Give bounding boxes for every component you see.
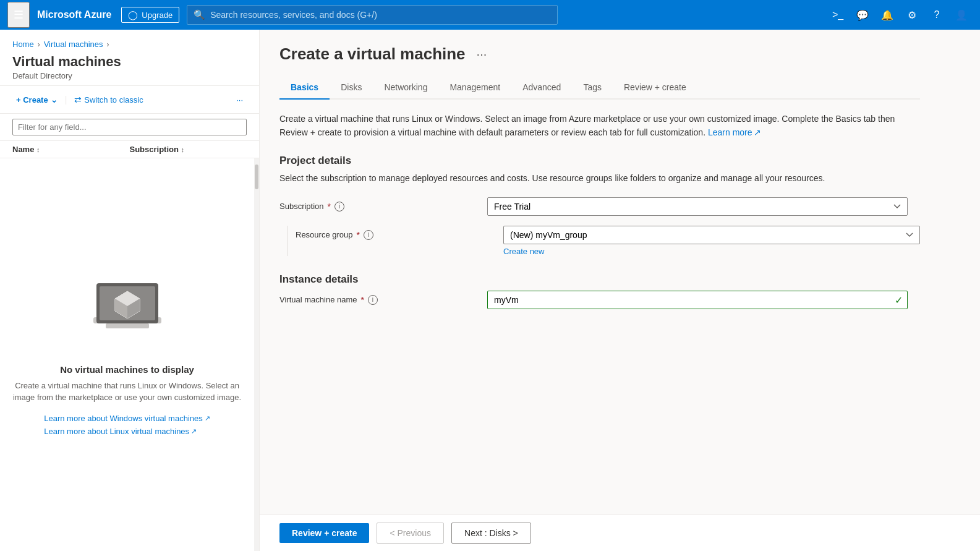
vm-name-info-icon[interactable]: i bbox=[368, 295, 378, 305]
subscription-control-col: Free Trial bbox=[487, 197, 920, 216]
upgrade-circle-icon: ◯ bbox=[128, 10, 138, 20]
search-bar: 🔍 bbox=[187, 5, 558, 25]
vm-name-label: Virtual machine name bbox=[279, 295, 357, 304]
resource-group-info-icon[interactable]: i bbox=[364, 230, 373, 240]
project-details-title: Project details bbox=[279, 155, 920, 167]
name-sort-icon[interactable]: ↕ bbox=[36, 146, 40, 153]
vm-name-row: Virtual machine name * i ✓ bbox=[279, 291, 920, 309]
breadcrumb-sep-1: › bbox=[38, 40, 40, 49]
sidebar-empty-state: No virtual machines to display Create a … bbox=[0, 158, 254, 551]
description-section: Create a virtual machine that runs Linux… bbox=[279, 112, 920, 140]
next-disks-button[interactable]: Next : Disks > bbox=[451, 523, 531, 544]
table-header: Name ↕ Subscription ↕ bbox=[0, 141, 259, 158]
review-create-button[interactable]: Review + create bbox=[279, 523, 369, 543]
main-content: Create a virtual machine ··· Basics Disk… bbox=[260, 30, 980, 551]
instance-details-section: Instance details Virtual machine name * … bbox=[279, 273, 920, 309]
external-link-icon-2: ↗ bbox=[191, 427, 197, 435]
terminal-icon-button[interactable]: >_ bbox=[827, 4, 849, 26]
switch-to-classic-button[interactable]: ⇄ Switch to classic bbox=[70, 92, 147, 107]
top-navigation: ☰ Microsoft Azure ◯ Upgrade 🔍 >_ 💬 🔔 ⚙ ?… bbox=[0, 0, 980, 30]
svg-rect-1 bbox=[106, 323, 149, 328]
settings-icon-button[interactable]: ⚙ bbox=[901, 4, 923, 26]
tab-advanced[interactable]: Advanced bbox=[511, 76, 572, 100]
resource-group-label-col: Resource group * i bbox=[296, 226, 493, 240]
app-layout: Home › Virtual machines › Virtual machin… bbox=[0, 30, 980, 551]
sidebar-scrollbar[interactable] bbox=[254, 158, 259, 551]
tab-tags[interactable]: Tags bbox=[572, 76, 613, 100]
sidebar-scroll-thumb[interactable] bbox=[255, 164, 258, 189]
hamburger-menu-button[interactable]: ☰ bbox=[7, 2, 30, 28]
linux-vm-link[interactable]: Learn more about Linux virtual machines … bbox=[44, 427, 210, 436]
vm-illustration bbox=[87, 274, 168, 354]
main-title-row: Create a virtual machine ··· bbox=[279, 45, 920, 64]
learn-more-link[interactable]: Learn more ↗ bbox=[708, 126, 761, 139]
vm-name-required: * bbox=[361, 295, 364, 305]
filter-input[interactable] bbox=[12, 119, 247, 135]
resource-group-required: * bbox=[357, 230, 360, 240]
search-input[interactable] bbox=[210, 10, 551, 20]
instance-details-title: Instance details bbox=[279, 273, 920, 286]
feedback-icon-button[interactable]: 💬 bbox=[851, 4, 874, 26]
external-link-icon-1: ↗ bbox=[205, 414, 210, 422]
create-chevron-icon: ⌄ bbox=[51, 95, 58, 105]
breadcrumb-sep-2: › bbox=[107, 40, 109, 49]
vm-name-input-wrapper: ✓ bbox=[487, 291, 908, 309]
empty-links: Learn more about Windows virtual machine… bbox=[44, 414, 210, 436]
resource-group-label: Resource group bbox=[296, 230, 353, 239]
subscription-row: Subscription * i Free Trial bbox=[279, 197, 920, 216]
brand-label: Microsoft Azure bbox=[37, 9, 111, 20]
sidebar-filter bbox=[0, 114, 259, 141]
breadcrumb-home[interactable]: Home bbox=[12, 40, 34, 49]
upgrade-button[interactable]: ◯ Upgrade bbox=[121, 7, 179, 23]
resource-group-select[interactable]: (New) myVm_group bbox=[503, 226, 920, 244]
empty-desc: Create a virtual machine that runs Linux… bbox=[12, 380, 242, 404]
vm-name-control-col: ✓ bbox=[487, 291, 920, 309]
tab-basics[interactable]: Basics bbox=[279, 76, 330, 100]
vm-name-input[interactable] bbox=[487, 291, 908, 309]
bottom-bar: Review + create < Previous Next : Disks … bbox=[260, 515, 980, 551]
tab-review-create[interactable]: Review + create bbox=[613, 76, 697, 100]
more-actions-button[interactable]: ··· bbox=[232, 93, 247, 107]
tab-management[interactable]: Management bbox=[438, 76, 511, 100]
subscription-info-icon[interactable]: i bbox=[334, 202, 344, 211]
sidebar-subtitle: Default Directory bbox=[12, 71, 247, 80]
column-subscription: Subscription ↕ bbox=[130, 145, 247, 154]
sidebar: Home › Virtual machines › Virtual machin… bbox=[0, 30, 260, 551]
subscription-sort-icon[interactable]: ↕ bbox=[181, 146, 185, 153]
main-more-button[interactable]: ··· bbox=[473, 46, 491, 62]
switch-label: Switch to classic bbox=[84, 95, 143, 105]
project-details-desc: Select the subscription to manage deploy… bbox=[279, 172, 920, 185]
breadcrumb: Home › Virtual machines › bbox=[12, 40, 247, 49]
empty-title: No virtual machines to display bbox=[60, 364, 194, 375]
subscription-label-col: Subscription * i bbox=[279, 197, 477, 211]
project-details-section: Project details Select the subscription … bbox=[279, 155, 920, 256]
create-new-resource-group-link[interactable]: Create new bbox=[503, 247, 920, 256]
vm-name-valid-icon: ✓ bbox=[895, 294, 903, 305]
search-icon: 🔍 bbox=[194, 9, 205, 20]
column-name: Name ↕ bbox=[12, 145, 130, 154]
description-text: Create a virtual machine that runs Linux… bbox=[279, 112, 920, 140]
sidebar-actions: + Create ⌄ | ⇄ Switch to classic ··· bbox=[0, 86, 259, 114]
resource-group-control-col: (New) myVm_group Create new bbox=[503, 226, 920, 256]
create-button[interactable]: + Create ⌄ bbox=[12, 93, 61, 107]
user-icon-button[interactable]: 👤 bbox=[950, 4, 973, 26]
vm-name-label-col: Virtual machine name * i bbox=[279, 291, 477, 305]
help-icon-button[interactable]: ? bbox=[926, 4, 948, 26]
create-label: + Create bbox=[16, 95, 48, 105]
learn-more-ext-icon: ↗ bbox=[754, 126, 761, 139]
sidebar-title: Virtual machines bbox=[12, 54, 247, 70]
breadcrumb-virtual-machines[interactable]: Virtual machines bbox=[44, 40, 103, 49]
upgrade-label: Upgrade bbox=[142, 11, 173, 20]
bell-icon-button[interactable]: 🔔 bbox=[876, 4, 898, 26]
sidebar-content-area: No virtual machines to display Create a … bbox=[0, 158, 259, 551]
action-separator: | bbox=[65, 95, 67, 105]
page-title: Create a virtual machine bbox=[279, 45, 466, 64]
windows-vm-link[interactable]: Learn more about Windows virtual machine… bbox=[44, 414, 210, 423]
tab-networking[interactable]: Networking bbox=[373, 76, 438, 100]
previous-button: < Previous bbox=[377, 523, 444, 544]
sidebar-header: Home › Virtual machines › Virtual machin… bbox=[0, 30, 259, 86]
more-icon: ··· bbox=[236, 95, 243, 105]
subscription-required: * bbox=[328, 202, 331, 211]
tab-disks[interactable]: Disks bbox=[330, 76, 373, 100]
subscription-select[interactable]: Free Trial bbox=[487, 197, 908, 216]
